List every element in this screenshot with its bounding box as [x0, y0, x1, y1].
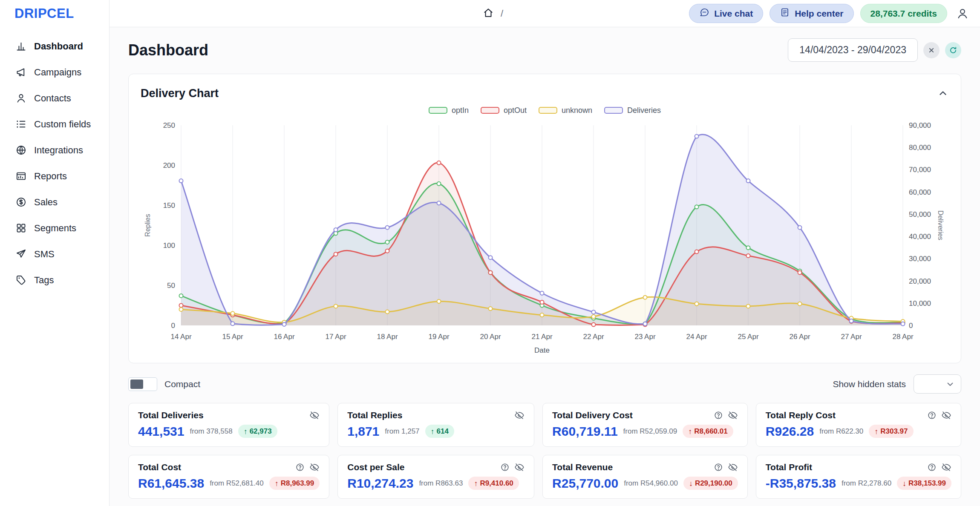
- stat-value: R10,274.23: [347, 477, 413, 490]
- help-icon[interactable]: [714, 411, 723, 420]
- svg-text:26 Apr: 26 Apr: [789, 333, 810, 341]
- svg-text:0: 0: [909, 322, 913, 330]
- hide-stat-icon[interactable]: [728, 462, 738, 472]
- help-icon[interactable]: [927, 411, 937, 420]
- hide-stat-icon[interactable]: [514, 410, 525, 420]
- content: Dashboard 14/04/2023 - 29/04/2023 Delive…: [110, 27, 980, 506]
- legend-item-optout[interactable]: optOut: [481, 106, 527, 115]
- live-chat-label: Live chat: [714, 9, 753, 19]
- stat-card-total-revenue: Total Revenue R25,770.00 from R54,960.00…: [542, 455, 748, 499]
- compact-control: Compact: [128, 377, 200, 391]
- sidebar-item-integrations[interactable]: Integrations: [0, 137, 109, 163]
- sidebar-item-sales[interactable]: Sales: [0, 189, 109, 215]
- stat-change-badge: ↑ 62,973: [238, 425, 277, 438]
- change-value: 62,973: [250, 427, 272, 436]
- user-avatar-icon[interactable]: [956, 7, 969, 20]
- stat-from: from R2,278.60: [842, 479, 891, 488]
- stat-title: Cost per Sale: [347, 462, 404, 472]
- sidebar-item-dashboard[interactable]: Dashboard: [0, 33, 109, 59]
- hide-stat-icon[interactable]: [728, 410, 738, 420]
- stat-card-total-deliveries: Total Deliveries 441,531 from 378,558 ↑ …: [128, 403, 329, 447]
- svg-text:90,000: 90,000: [909, 121, 931, 129]
- svg-text:20,000: 20,000: [909, 277, 931, 285]
- change-arrow-icon: ↑: [275, 480, 279, 487]
- stat-from: from R52,059.09: [623, 427, 677, 436]
- stat-from: from 1,257: [385, 427, 419, 436]
- svg-text:200: 200: [163, 161, 175, 170]
- svg-text:30,000: 30,000: [909, 255, 931, 263]
- change-value: R29,190.00: [695, 479, 732, 488]
- hide-stat-icon[interactable]: [514, 462, 525, 472]
- stats-controls-row: Compact Show hidden stats: [128, 374, 961, 394]
- svg-text:21 Apr: 21 Apr: [531, 333, 552, 341]
- legend-item-deliveries[interactable]: Deliveries: [604, 106, 661, 115]
- sidebar-item-reports[interactable]: Reports: [0, 163, 109, 189]
- delivery-chart-card: Delivery Chart optInoptOutunknownDeliver…: [128, 74, 961, 363]
- hidden-stats-control: Show hidden stats: [833, 374, 961, 394]
- stat-title: Total Revenue: [552, 462, 613, 472]
- svg-text:60,000: 60,000: [909, 188, 931, 196]
- sidebar-item-segments[interactable]: Segments: [0, 215, 109, 241]
- sidebar-item-custom-fields[interactable]: Custom fields: [0, 111, 109, 137]
- sidebar-item-sms[interactable]: SMS: [0, 241, 109, 267]
- breadcrumb: /: [483, 0, 503, 27]
- sidebar-item-label: Integrations: [34, 145, 83, 156]
- help-icon[interactable]: [714, 463, 723, 472]
- help-icon[interactable]: [295, 463, 305, 472]
- stat-card-total-profit: Total Profit -R35,875.38 from R2,278.60 …: [756, 455, 961, 499]
- stat-value: R60,719.11: [552, 425, 617, 438]
- page-header: Dashboard 14/04/2023 - 29/04/2023: [128, 38, 961, 62]
- compact-label: Compact: [164, 379, 200, 389]
- clear-date-button[interactable]: [923, 42, 940, 58]
- dashboard-icon: [15, 40, 27, 52]
- credits-badge[interactable]: 28,763.7 credits: [860, 4, 947, 23]
- sidebar-item-contacts[interactable]: Contacts: [0, 85, 109, 111]
- brand-logo: DRIPCEL: [0, 0, 109, 27]
- legend-item-unknown[interactable]: unknown: [539, 106, 592, 115]
- svg-text:150: 150: [163, 201, 175, 210]
- app-root: DRIPCEL DashboardCampaignsContactsCustom…: [0, 0, 980, 506]
- refresh-button[interactable]: [945, 42, 961, 58]
- hide-stat-icon[interactable]: [309, 410, 320, 420]
- change-arrow-icon: ↑: [874, 428, 878, 435]
- help-center-button[interactable]: Help center: [770, 4, 853, 23]
- stat-from: from R622.30: [819, 427, 863, 436]
- svg-text:250: 250: [163, 121, 175, 129]
- change-value: R38,153.99: [908, 479, 946, 488]
- collapse-chart-icon[interactable]: [937, 87, 949, 99]
- change-arrow-icon: ↑: [244, 428, 248, 435]
- stat-from: from R54,960.00: [624, 479, 678, 488]
- stat-change-badge: ↑ 614: [425, 425, 454, 438]
- date-range-input[interactable]: 14/04/2023 - 29/04/2023: [788, 38, 918, 62]
- hide-stat-icon[interactable]: [941, 462, 951, 472]
- compact-toggle[interactable]: [128, 377, 157, 391]
- delivery-chart: 050100150200250010,00020,00030,00040,000…: [141, 118, 950, 358]
- sidebar-item-label: Sales: [34, 197, 58, 208]
- stat-from: from R52,681.40: [210, 479, 264, 488]
- stat-from: from 378,558: [190, 427, 232, 436]
- change-value: R8,660.01: [694, 427, 727, 436]
- svg-text:70,000: 70,000: [909, 166, 931, 174]
- hidden-stats-dropdown[interactable]: [914, 374, 961, 394]
- svg-text:17 Apr: 17 Apr: [325, 333, 346, 341]
- change-arrow-icon: ↑: [474, 480, 478, 487]
- tags-icon: [15, 274, 27, 286]
- change-arrow-icon: ↓: [902, 480, 906, 487]
- main-area: / Live chat Help center 28,763.7 credits: [110, 0, 980, 506]
- stat-change-badge: ↓ R38,153.99: [897, 477, 951, 490]
- hide-stat-icon[interactable]: [309, 462, 320, 472]
- hide-stat-icon[interactable]: [941, 410, 951, 420]
- legend-item-optin[interactable]: optIn: [429, 106, 469, 115]
- sidebar-item-campaigns[interactable]: Campaigns: [0, 59, 109, 85]
- stat-title: Total Reply Cost: [766, 410, 836, 420]
- stat-title: Total Profit: [766, 462, 812, 472]
- sidebar-item-tags[interactable]: Tags: [0, 267, 109, 293]
- home-icon[interactable]: [483, 7, 494, 20]
- help-center-label: Help center: [795, 9, 843, 19]
- help-icon[interactable]: [927, 463, 937, 472]
- stat-value: R25,770.00: [552, 477, 618, 490]
- help-icon[interactable]: [500, 463, 510, 472]
- live-chat-button[interactable]: Live chat: [689, 4, 763, 23]
- svg-text:10,000: 10,000: [909, 299, 931, 308]
- campaigns-icon: [15, 66, 27, 78]
